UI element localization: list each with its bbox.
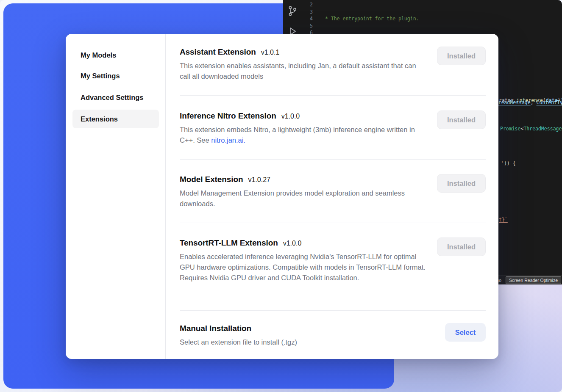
nitro-jan-ai-link[interactable]: nitro.jan.ai.	[211, 136, 245, 144]
section-header: Manual Installation	[180, 324, 486, 333]
screen-reader-optimize-chip[interactable]: Screen Reader Optimize	[506, 276, 561, 284]
editor-line-numbers: 2 3 4 5 6	[300, 1, 313, 36]
sidebar-item-label: My Models	[81, 51, 116, 59]
sidebar-item-my-models[interactable]: My Models	[72, 46, 159, 64]
code-fragment: Promise<ThreadMessage>	[500, 125, 562, 132]
installed-button[interactable]: Installed	[437, 174, 486, 193]
extension-version: v1.0.27	[248, 176, 270, 184]
extension-section-assistant: Assistant Extension v1.0.1 This extensio…	[180, 47, 486, 82]
installed-button[interactable]: Installed	[437, 110, 486, 129]
screenshot-root: 2 3 4 5 6 * The entrypoint for the plugi…	[0, 0, 562, 392]
code-fragment: ')) {	[501, 160, 516, 167]
line-number: 5	[300, 22, 313, 30]
sidebar-item-label: Extensions	[81, 115, 118, 123]
extension-section-model: Model Extension v1.0.27 Model Management…	[180, 174, 486, 209]
extension-title: Assistant Extension	[180, 47, 256, 57]
section-divider	[180, 95, 486, 96]
sidebar-item-label: My Settings	[81, 72, 120, 80]
code-fragment: rator.inference(data));	[499, 97, 562, 104]
line-number: 3	[300, 8, 313, 16]
extension-title: Manual Installation	[180, 324, 251, 333]
settings-modal: My Models My Settings Advanced Settings …	[66, 34, 498, 359]
extension-description: This extension enables assistants, inclu…	[180, 61, 428, 82]
sidebar-divider	[165, 34, 166, 359]
extension-description: This extension embeds Nitro, a lightweig…	[180, 124, 428, 146]
extension-description: Model Management Extension provides mode…	[180, 188, 428, 209]
installed-button[interactable]: Installed	[437, 237, 486, 256]
section-divider	[180, 310, 486, 311]
extension-version: v1.0.0	[283, 240, 302, 247]
extension-version: v1.0.0	[281, 113, 300, 120]
sidebar-item-advanced-settings[interactable]: Advanced Settings	[72, 88, 159, 107]
select-file-button[interactable]: Select	[445, 323, 486, 342]
section-divider	[180, 159, 486, 160]
extension-title: Model Extension	[180, 175, 243, 184]
section-divider	[180, 223, 486, 223]
extension-section-nitro: Inference Nitro Extension v1.0.0 This ex…	[180, 110, 486, 146]
extension-title: TensortRT-LLM Extension	[180, 238, 278, 248]
sidebar-item-my-settings[interactable]: My Settings	[72, 66, 159, 85]
code-line: * The entrypoint for the plugin.	[322, 15, 562, 22]
extension-section-tensorrt: TensortRT-LLM Extension v1.0.0 Enables a…	[180, 237, 486, 283]
extension-title: Inference Nitro Extension	[180, 111, 276, 121]
line-number: 2	[300, 1, 313, 8]
sidebar-item-extensions[interactable]: Extensions	[72, 110, 159, 128]
extension-version: v1.0.1	[261, 49, 280, 56]
sidebar-item-label: Advanced Settings	[81, 94, 144, 102]
line-number: 4	[300, 15, 313, 22]
extension-description: Select an extension file to install (.tg…	[180, 337, 428, 348]
manual-installation-section: Manual Installation Select an extension …	[180, 323, 486, 348]
editor-activity-bar	[283, 0, 302, 39]
code-fragment: t}`	[499, 216, 508, 223]
source-control-icon[interactable]	[287, 5, 298, 19]
extension-description: Enables accelerated inference leveraging…	[180, 251, 428, 283]
installed-button[interactable]: Installed	[437, 47, 486, 65]
